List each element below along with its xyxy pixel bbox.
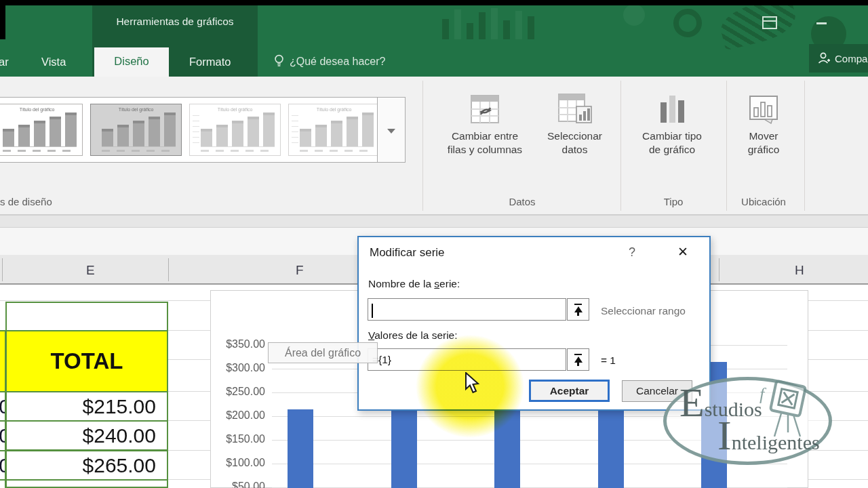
table-row[interactable]: $265.00 bbox=[5, 450, 168, 481]
thumbnail-categories bbox=[102, 150, 176, 152]
tab-fragment[interactable]: ar bbox=[0, 56, 9, 68]
group-separator bbox=[422, 81, 423, 211]
y-axis-tick-label: $250.00 bbox=[211, 386, 265, 398]
chart-styles-gallery[interactable]: Título del gráficoTítulo del gráficoTítu… bbox=[0, 97, 378, 163]
cancel-button[interactable]: Cancelar bbox=[622, 380, 692, 402]
y-axis-tick-label: $100.00 bbox=[211, 457, 265, 469]
table-row-partial bbox=[5, 479, 168, 488]
chart-style-thumbnail[interactable]: Título del gráfico bbox=[189, 104, 281, 156]
table-value: $240.00 bbox=[7, 422, 167, 449]
move-chart-button[interactable]: Mover gráfico bbox=[732, 89, 795, 157]
group-separator bbox=[804, 81, 805, 211]
text-caret bbox=[372, 304, 373, 318]
select-range-hint: Seleccionar rango bbox=[601, 305, 686, 317]
thumbnail-bars bbox=[201, 113, 275, 147]
series-values-input[interactable]: ={1} bbox=[368, 348, 566, 371]
letterbox-corner bbox=[0, 0, 5, 39]
column-header-E[interactable]: E bbox=[86, 263, 95, 278]
series-values-label: Valores de la serie: bbox=[368, 329, 458, 342]
button-label: gráfico bbox=[748, 143, 780, 157]
help-icon[interactable]: ? bbox=[629, 245, 635, 260]
change-chart-type-icon bbox=[655, 89, 689, 129]
chart-bar[interactable] bbox=[288, 409, 313, 488]
lightbulb-icon bbox=[274, 54, 284, 68]
column-separator bbox=[2, 258, 3, 281]
sliver-cell: 0 bbox=[0, 420, 6, 451]
y-axis-tick-label: $50.00 bbox=[211, 481, 265, 488]
tab-vista[interactable]: Vista bbox=[41, 56, 66, 68]
y-axis-tick-label: $350.00 bbox=[211, 338, 265, 350]
table-total-header[interactable]: TOTAL bbox=[5, 330, 168, 392]
switch-row-column-button[interactable]: Cambiar entre filas y columnas bbox=[434, 89, 536, 157]
share-button[interactable]: Compartir bbox=[809, 44, 868, 73]
edit-series-dialog[interactable]: Modificar serie ? ✕ Nombre de la serie: … bbox=[357, 236, 711, 411]
minimize-icon[interactable] bbox=[816, 22, 827, 24]
ribbon-lower-strip bbox=[0, 216, 868, 228]
thumbnail-bars bbox=[102, 113, 176, 147]
contextual-tab-title: Herramientas de gráficos bbox=[92, 16, 258, 28]
column-separator bbox=[719, 258, 719, 281]
column-header-H[interactable]: H bbox=[795, 263, 804, 278]
thumbnail-axis bbox=[292, 115, 298, 147]
accept-button[interactable]: Aceptar bbox=[529, 380, 610, 402]
sliver-cell-yellow bbox=[0, 330, 6, 392]
chart-style-thumbnail[interactable]: Título del gráfico bbox=[90, 104, 182, 156]
tell-me-box[interactable]: ¿Qué desea hacer? bbox=[274, 54, 385, 68]
thumbnail-bars bbox=[300, 113, 374, 147]
thumbnail-categories bbox=[300, 150, 374, 152]
thumbnail-categories bbox=[201, 150, 275, 152]
chart-style-thumbnail[interactable]: Título del gráfico bbox=[0, 104, 83, 156]
button-label: Cambiar tipo bbox=[642, 129, 702, 143]
group-label-ubicacion: Ubicación bbox=[724, 196, 803, 207]
excel-window: Herramientas de gráficos ar Vista Diseño… bbox=[0, 0, 868, 488]
person-add-icon bbox=[817, 52, 831, 65]
ribbon-display-options-icon[interactable] bbox=[762, 16, 777, 29]
decor-circle bbox=[623, 4, 645, 26]
group-separator bbox=[620, 81, 621, 211]
decor-bars bbox=[442, 8, 585, 39]
select-data-button[interactable]: Seleccionar datos bbox=[536, 89, 614, 157]
series-name-input[interactable] bbox=[368, 298, 566, 321]
move-chart-icon bbox=[745, 89, 782, 129]
gallery-more-button[interactable] bbox=[377, 97, 406, 163]
chart-style-thumbnail[interactable]: Título del gráfico bbox=[288, 104, 378, 156]
table-row[interactable]: $240.00 bbox=[5, 420, 168, 451]
group-label-estilos: s de diseño bbox=[0, 196, 68, 207]
table-value: $265.00 bbox=[7, 451, 167, 479]
letterbox-top bbox=[0, 0, 868, 5]
thumbnail-categories bbox=[3, 150, 77, 152]
share-label: Compartir bbox=[835, 53, 868, 64]
tell-me-label: ¿Qué desea hacer? bbox=[290, 56, 385, 68]
button-label: filas y columnas bbox=[448, 143, 522, 157]
close-icon[interactable]: ✕ bbox=[677, 244, 688, 260]
button-label: de gráfico bbox=[649, 143, 695, 157]
collapse-dialog-button[interactable] bbox=[567, 348, 589, 371]
chart-bar[interactable] bbox=[391, 397, 417, 488]
button-label: Seleccionar bbox=[547, 129, 602, 143]
chart-area-tooltip: Área del gráfico bbox=[268, 342, 378, 363]
sliver-cell: 0 bbox=[0, 391, 6, 422]
sliver-cell: 0 bbox=[0, 450, 6, 481]
title-bar: Herramientas de gráficos ar Vista Diseño… bbox=[0, 0, 868, 77]
group-label-datos: Datos bbox=[475, 196, 570, 207]
group-label-tipo: Tipo bbox=[633, 196, 714, 207]
series-name-label: Nombre de la serie: bbox=[368, 278, 460, 290]
change-chart-type-button[interactable]: Cambiar tipo de gráfico bbox=[631, 89, 713, 157]
table-row[interactable]: $215.00 bbox=[5, 391, 168, 422]
tab-formato[interactable]: Formato bbox=[189, 56, 231, 68]
up-arrow-icon bbox=[574, 306, 583, 312]
up-arrow-icon bbox=[574, 357, 583, 363]
button-label: datos bbox=[562, 143, 588, 157]
ribbon: Título del gráficoTítulo del gráficoTítu… bbox=[0, 77, 868, 216]
tab-diseno[interactable]: Diseño bbox=[94, 47, 169, 77]
select-data-icon bbox=[556, 89, 594, 129]
button-label: Cambiar entre bbox=[452, 129, 518, 143]
dialog-title: Modificar serie bbox=[370, 246, 445, 260]
decor-leaf bbox=[717, 0, 800, 51]
column-header-F[interactable]: F bbox=[296, 263, 304, 278]
collapse-dialog-button[interactable] bbox=[567, 298, 589, 321]
button-label: Mover bbox=[749, 129, 778, 143]
table-blank-cell[interactable] bbox=[5, 302, 168, 331]
y-axis-tick-label: $300.00 bbox=[211, 362, 265, 374]
y-axis-tick-label: $150.00 bbox=[211, 433, 265, 445]
